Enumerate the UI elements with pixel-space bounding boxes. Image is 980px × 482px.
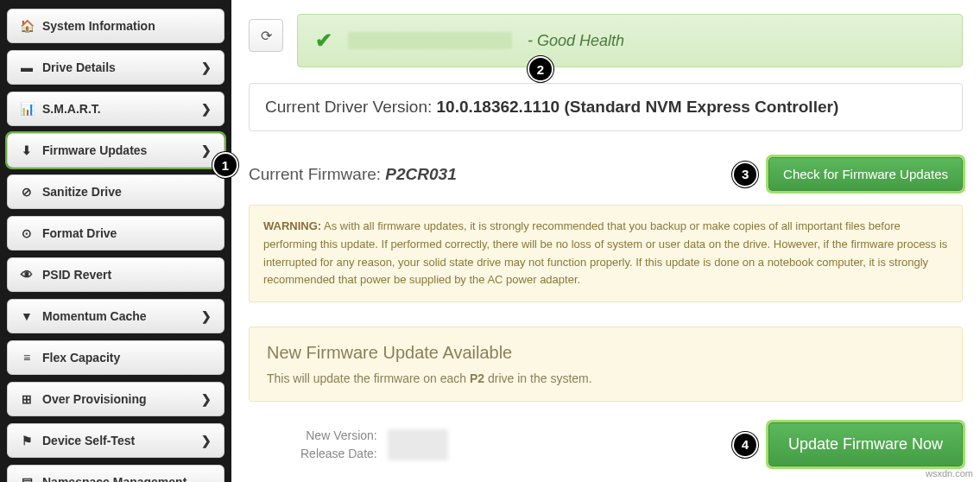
driver-label: Current Driver Version: [265, 98, 437, 116]
nav-momentum-cache[interactable]: ▼Momentum Cache❯ [7, 299, 224, 333]
nav-system-information-icon: 🏠 [20, 19, 34, 33]
health-banner: ✔ - Good Health 2 [297, 14, 963, 67]
nav-psid-revert-icon: 👁 [20, 268, 34, 282]
update-available-title: New Firmware Update Available [267, 343, 945, 363]
meta-row: New Version: Release Date: 4 Update Firm… [249, 422, 963, 466]
warning-text: As with all firmware updates, it is stro… [263, 219, 947, 286]
nav-label: Device Self-Test [42, 434, 135, 447]
nav-format-drive[interactable]: ⊙Format Drive [7, 216, 224, 251]
nav-sanitize-drive[interactable]: ⊘Sanitize Drive [7, 174, 224, 209]
nav-momentum-cache-icon: ▼ [20, 309, 34, 323]
nav-flex-capacity-icon: ≡ [20, 351, 34, 365]
nav-label: PSID Revert [42, 268, 111, 282]
firmware-value: P2CR031 [385, 165, 456, 183]
driver-panel: Current Driver Version: 10.0.18362.1110 … [249, 83, 963, 131]
nav-format-drive-icon: ⊙ [20, 226, 34, 240]
nav-label: Over Provisioning [42, 392, 147, 406]
nav-over-provisioning[interactable]: ⊞Over Provisioning❯ [7, 382, 224, 416]
update-firmware-button[interactable]: Update Firmware Now [768, 422, 963, 466]
driver-value: 10.0.18362.1110 (Standard NVM Express Co… [437, 98, 839, 116]
chevron-right-icon: ❯ [201, 102, 212, 116]
nav-drive-details[interactable]: ▬Drive Details❯ [7, 50, 224, 85]
nav-label: Drive Details [42, 60, 116, 74]
nav-psid-revert[interactable]: 👁PSID Revert [7, 257, 224, 292]
firmware-row: Current Firmware: P2CR031 3 Check for Fi… [249, 157, 963, 191]
nav-firmware-updates-icon: ⬇ [20, 143, 34, 157]
watermark: wsxdn.com [926, 468, 973, 479]
main-content: ⟳ ✔ - Good Health 2 Current Driver Versi… [231, 0, 980, 482]
warning-prefix: WARNING: [263, 219, 321, 232]
release-date-label: Release Date: [300, 445, 377, 463]
redacted-version-info [388, 429, 448, 460]
chevron-right-icon: ❯ [201, 392, 212, 406]
update-desc-bold: P2 [470, 371, 484, 385]
health-status: - Good Health [528, 32, 624, 50]
nav-device-self-test[interactable]: ⚑Device Self-Test❯ [7, 423, 224, 458]
callout-1: 1 [214, 154, 237, 176]
refresh-icon: ⟳ [261, 28, 272, 44]
nav-namespace-mgmt-icon: ▤ [20, 475, 34, 482]
nav-label: Format Drive [42, 226, 117, 240]
redacted-drive-name [348, 32, 512, 49]
nav-label: Flex Capacity [42, 351, 120, 365]
update-desc-post: drive in the system. [484, 371, 592, 385]
nav-label: S.M.A.R.T. [42, 102, 101, 116]
nav-flex-capacity[interactable]: ≡Flex Capacity [7, 340, 224, 375]
nav-smart[interactable]: 📊S.M.A.R.T.❯ [7, 92, 224, 126]
chevron-right-icon: ❯ [201, 143, 212, 157]
nav-firmware-updates[interactable]: ⬇Firmware Updates❯ [7, 133, 224, 168]
check-firmware-button[interactable]: Check for Firmware Updates [768, 157, 963, 191]
nav-label: Firmware Updates [42, 143, 147, 157]
new-version-label: New Version: [300, 427, 377, 445]
callout-2: 2 [529, 58, 552, 80]
nav-label: System Information [42, 19, 155, 33]
firmware-label: Current Firmware: [249, 165, 385, 183]
update-available-box: New Firmware Update Available This will … [249, 327, 963, 402]
warning-box: WARNING: As with all firmware updates, i… [249, 205, 963, 302]
nav-system-information[interactable]: 🏠System Information [7, 9, 224, 43]
nav-label: Momentum Cache [42, 309, 147, 323]
callout-3: 3 [734, 163, 756, 186]
nav-drive-details-icon: ▬ [20, 60, 34, 74]
sidebar: 🏠System Information▬Drive Details❯📊S.M.A… [0, 0, 231, 482]
update-desc-pre: This will update the firmware on each [267, 371, 470, 385]
nav-namespace-mgmt[interactable]: ▤Namespace Management [7, 465, 224, 482]
nav-label: Namespace Management [42, 475, 187, 482]
refresh-button[interactable]: ⟳ [249, 19, 283, 52]
chevron-right-icon: ❯ [201, 60, 212, 74]
nav-label: Sanitize Drive [42, 185, 122, 199]
nav-sanitize-drive-icon: ⊘ [20, 185, 34, 199]
chevron-right-icon: ❯ [201, 309, 212, 323]
chevron-right-icon: ❯ [201, 434, 212, 447]
callout-4: 4 [734, 434, 756, 456]
check-icon: ✔ [315, 29, 332, 53]
nav-over-provisioning-icon: ⊞ [20, 392, 34, 406]
nav-device-self-test-icon: ⚑ [20, 434, 34, 447]
nav-smart-icon: 📊 [20, 102, 34, 116]
